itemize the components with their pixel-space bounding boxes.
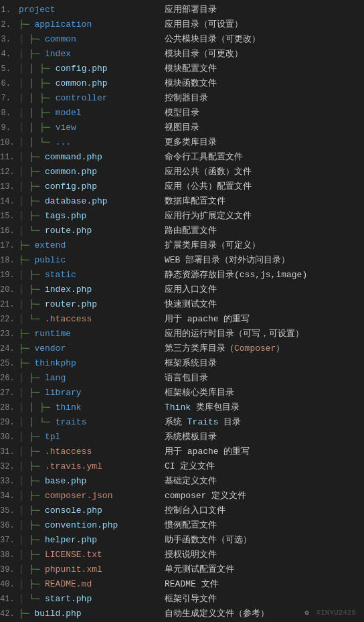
line-desc: WEB 部署目录（对外访问目录） [159, 254, 290, 266]
tree-line: 25.├─ thinkphp框架系统目录 [0, 356, 364, 371]
line-desc: 扩展类库目录（可定义） [159, 239, 260, 252]
watermark-icon: ✿ [304, 609, 309, 617]
tree-line: 35.│ ├─ console.php控制台入口文件 [0, 503, 364, 518]
watermark-text: XINYU2428 [316, 609, 356, 617]
tree-line: 27.│ ├─ library框架核心类库目录 [0, 386, 364, 400]
line-desc: 基础定义文件 [159, 475, 217, 487]
tree-line: 30.│ ├─ tpl系统模板目录 [0, 430, 364, 445]
line-path: │ │ ├─ model [19, 106, 159, 119]
line-number: 30. [0, 431, 19, 444]
line-desc: 模块配置文件 [159, 62, 217, 75]
tree-line: 31.│ ├─ .htaccess用于 apache 的重写 [0, 445, 364, 459]
line-number: 27. [0, 387, 19, 400]
entry-name: base.php [45, 476, 86, 486]
line-desc: 模型目录 [159, 106, 199, 119]
line-path: ├─ vendor [19, 342, 159, 355]
line-content: │ ├─ common公共模块目录（可更改） [19, 33, 364, 46]
entry-name: tpl [45, 432, 60, 442]
line-path: │ ├─ common [19, 33, 159, 46]
tree-line: 32.│ ├─ .travis.ymlCI 定义文件 [0, 459, 364, 474]
line-number: 33. [0, 475, 19, 488]
entry-name: controller [56, 93, 108, 103]
tree-line: 7.│ │ ├─ controller控制器目录 [0, 91, 364, 106]
line-content: │ │ ├─ controller控制器目录 [19, 92, 364, 104]
line-number: 39. [0, 564, 19, 576]
line-path: │ └─ .htaccess [19, 313, 159, 325]
line-desc: 授权说明文件 [159, 548, 217, 561]
tree-line: 29.│ │ └─ traits系统 Traits 目录 [0, 415, 364, 430]
tree-line: 33.│ ├─ base.php基础定义文件 [0, 474, 364, 489]
line-number: 34. [0, 490, 19, 503]
tree-line: 10.│ │ └─ ...更多类库目录 [0, 135, 364, 150]
line-content: │ ├─ index.php应用入口文件 [19, 283, 364, 296]
tree-line: 9.│ │ ├─ view视图目录 [0, 121, 364, 135]
line-path: │ └─ route.php [19, 224, 159, 237]
line-desc: 静态资源存放目录(css,js,image) [159, 268, 307, 281]
entry-name: helper.php [45, 535, 97, 545]
line-desc: 自动生成定义文件（参考） [159, 607, 269, 620]
line-number: 35. [0, 505, 19, 518]
line-desc: 视图目录 [159, 121, 199, 134]
line-content: ├─ application应用目录（可设置） [19, 18, 364, 31]
line-number: 18. [0, 254, 19, 267]
line-path: │ ├─ console.php [19, 504, 159, 517]
tree-line: 4.│ ├─ index模块目录（可更改） [0, 47, 364, 62]
line-desc: 应用部署目录 [159, 3, 217, 16]
entry-name: index.php [45, 285, 92, 295]
line-number: 5. [0, 63, 19, 76]
line-desc: 应用的运行时目录（可写，可设置） [159, 327, 304, 340]
entry-name: command.php [45, 152, 102, 162]
tree-line: 8.│ │ ├─ model模型目录 [0, 106, 364, 121]
line-content: │ ├─ tags.php应用行为扩展定义文件 [19, 210, 364, 222]
line-desc: 应用入口文件 [159, 283, 217, 296]
tree-line: 23.├─ runtime应用的运行时目录（可写，可设置） [0, 327, 364, 341]
entry-name: console.php [45, 506, 102, 516]
line-desc: README 文件 [159, 578, 219, 591]
line-desc: 框架引导文件 [159, 593, 217, 605]
line-path: │ │ ├─ common.php [19, 77, 159, 90]
entry-name: thinkphp [34, 358, 76, 368]
line-content: │ ├─ phpunit.xml单元测试配置文件 [19, 563, 364, 576]
entry-name: extend [34, 240, 66, 250]
tree-line: 37.│ ├─ helper.php助手函数文件（可选） [0, 533, 364, 548]
tree-line: 15.│ ├─ tags.php应用行为扩展定义文件 [0, 209, 364, 224]
line-content: │ ├─ config.php应用（公共）配置文件 [19, 180, 364, 193]
line-desc: Think 类库包目录 [159, 401, 240, 414]
line-content: ├─ extend扩展类库目录（可定义） [19, 239, 364, 252]
line-number: 19. [0, 269, 19, 282]
line-path: ├─ application [19, 18, 159, 31]
line-number: 24. [0, 343, 19, 356]
line-desc: 第三方类库目录（Composer） [159, 342, 284, 355]
entry-name: vendor [34, 343, 66, 354]
line-content: │ ├─ composer.jsoncomposer 定义文件 [19, 489, 364, 502]
line-desc: 应用目录（可设置） [159, 18, 243, 31]
line-number: 14. [0, 196, 19, 208]
line-path: │ ├─ .htaccess [19, 445, 159, 458]
watermark: ✿ XINYU2428 [304, 608, 356, 617]
line-content: │ ├─ command.php命令行工具配置文件 [19, 151, 364, 163]
line-desc: 应用行为扩展定义文件 [159, 210, 252, 222]
line-path: │ │ └─ traits [19, 416, 159, 429]
line-desc: 模块函数文件 [159, 77, 217, 90]
line-content: │ ├─ .travis.ymlCI 定义文件 [19, 460, 364, 473]
line-number: 3. [0, 33, 19, 46]
line-path: ├─ runtime [19, 327, 159, 340]
line-number: 36. [0, 520, 19, 532]
line-content: ├─ publicWEB 部署目录（对外访问目录） [19, 254, 364, 266]
line-number: 1. [0, 4, 19, 17]
line-content: │ └─ route.php路由配置文件 [19, 224, 364, 237]
entry-name: config.php [56, 64, 108, 74]
entry-name: model [56, 108, 82, 118]
line-desc: 框架系统目录 [159, 357, 217, 370]
tree-line: 24.├─ vendor第三方类库目录（Composer） [0, 341, 364, 356]
line-number: 22. [0, 313, 19, 326]
tree-line: 39.│ ├─ phpunit.xml单元测试配置文件 [0, 562, 364, 577]
line-path: │ ├─ static [19, 268, 159, 281]
line-desc: 惯例配置文件 [159, 519, 217, 532]
line-desc: 快速测试文件 [159, 298, 217, 311]
line-desc: 路由配置文件 [159, 224, 217, 237]
line-content: │ ├─ console.php控制台入口文件 [19, 504, 364, 517]
entry-name: start.php [45, 594, 92, 604]
line-content: │ │ ├─ config.php模块配置文件 [19, 62, 364, 75]
line-path: │ ├─ README.md [19, 578, 159, 591]
